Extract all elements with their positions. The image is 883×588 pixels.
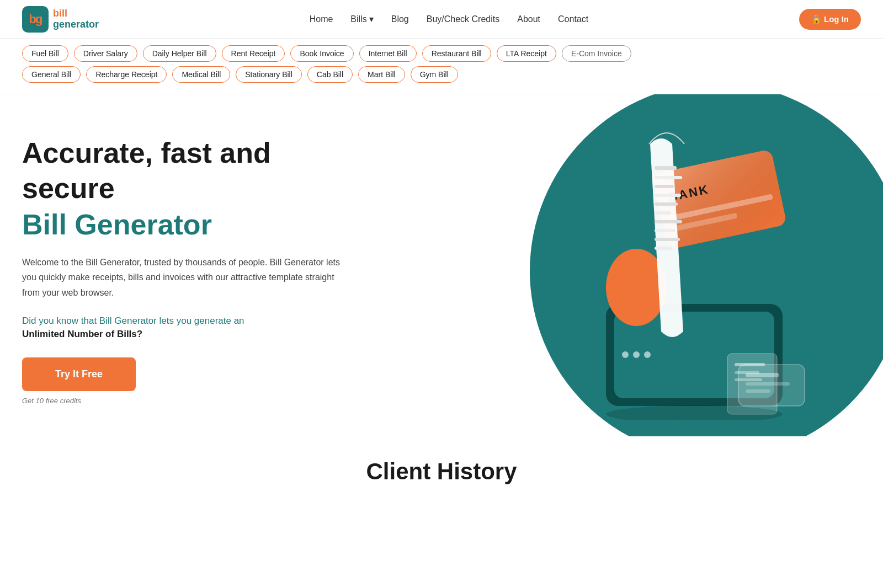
svg-point-4 bbox=[633, 351, 640, 358]
hero-illustration: BANK bbox=[483, 116, 861, 425]
tag-mart-bill[interactable]: Mart Bill bbox=[358, 66, 405, 83]
hero-unlimited: Unlimited Number of Bills? bbox=[22, 329, 483, 340]
tag-driver-salary[interactable]: Driver Salary bbox=[74, 45, 137, 62]
tag-restaurant-bill[interactable]: Restaurant Bill bbox=[422, 45, 491, 62]
login-button[interactable]: 🔒 Log In bbox=[799, 9, 861, 30]
svg-rect-13 bbox=[655, 176, 682, 179]
nav-bills-label: Bills bbox=[350, 14, 366, 24]
nav-about[interactable]: About bbox=[517, 14, 540, 24]
tags-section: Fuel BillDriver SalaryDaily Helper BillR… bbox=[0, 39, 883, 94]
svg-rect-27 bbox=[735, 363, 765, 366]
logo-icon: bg bbox=[22, 6, 49, 33]
svg-rect-19 bbox=[655, 229, 675, 232]
tags-row-2: General BillRecharge ReceiptMedical Bill… bbox=[22, 66, 861, 83]
client-history-title: Client History bbox=[22, 458, 861, 485]
svg-rect-12 bbox=[655, 166, 677, 170]
tag-book-invoice[interactable]: Book Invoice bbox=[290, 45, 353, 62]
tag-daily-helper-bill[interactable]: Daily Helper Bill bbox=[143, 45, 216, 62]
hero-svg: BANK bbox=[529, 122, 816, 420]
nav-buy-credits[interactable]: Buy/Check Credits bbox=[427, 14, 500, 24]
tag-stationary-bill[interactable]: Stationary Bill bbox=[236, 66, 302, 83]
tag-cab-bill[interactable]: Cab Bill bbox=[307, 66, 353, 83]
free-credits-text: Get 10 free credits bbox=[22, 397, 483, 405]
tag-medical-bill[interactable]: Medical Bill bbox=[172, 66, 230, 83]
nav-bills-arrow: ▾ bbox=[369, 14, 374, 24]
tag-gym-bill[interactable]: Gym Bill bbox=[411, 66, 458, 83]
svg-rect-15 bbox=[655, 194, 681, 197]
tag-fuel-bill[interactable]: Fuel Bill bbox=[22, 45, 68, 62]
hero-section: Accurate, fast and secure Bill Generator… bbox=[0, 94, 883, 436]
hero-title-line1: Accurate, fast and bbox=[22, 137, 483, 170]
try-it-free-button[interactable]: Try It Free bbox=[22, 357, 136, 391]
hero-question: Did you know that Bill Generator lets yo… bbox=[22, 316, 483, 327]
tag-general-bill[interactable]: General Bill bbox=[22, 66, 81, 83]
logo-link[interactable]: bg bill generator bbox=[22, 6, 99, 33]
logo-text: bill generator bbox=[53, 8, 99, 30]
nav-bills-dropdown[interactable]: Bills ▾ bbox=[350, 14, 373, 24]
svg-rect-17 bbox=[655, 211, 671, 215]
hero-left: Accurate, fast and secure Bill Generator… bbox=[22, 137, 483, 405]
logo-line1: bill bbox=[53, 8, 99, 19]
svg-point-5 bbox=[644, 351, 651, 358]
svg-rect-14 bbox=[655, 185, 674, 188]
tag-rent-receipt[interactable]: Rent Receipt bbox=[222, 45, 285, 62]
nav-blog[interactable]: Blog bbox=[391, 14, 409, 24]
svg-point-3 bbox=[622, 351, 629, 358]
nav-contact[interactable]: Contact bbox=[558, 14, 588, 24]
svg-rect-28 bbox=[735, 371, 759, 374]
hero-description: Welcome to the Bill Generator, trusted b… bbox=[22, 255, 342, 300]
tag-e-com-invoice[interactable]: E-Com Invoice bbox=[562, 45, 631, 62]
hero-title-green: Bill Generator bbox=[22, 207, 483, 242]
svg-rect-18 bbox=[655, 220, 682, 223]
logo-line2: generator bbox=[53, 19, 99, 30]
tag-recharge-receipt[interactable]: Recharge Receipt bbox=[86, 66, 167, 83]
tag-lta-receipt[interactable]: LTA Receipt bbox=[497, 45, 556, 62]
svg-rect-21 bbox=[655, 247, 672, 250]
svg-rect-16 bbox=[655, 202, 678, 206]
navbar: bg bill generator Home Bills ▾ Blog Buy/… bbox=[0, 0, 883, 39]
tags-row-1: Fuel BillDriver SalaryDaily Helper BillR… bbox=[22, 45, 861, 62]
svg-rect-29 bbox=[735, 378, 762, 381]
nav-links: Home Bills ▾ Blog Buy/Check Credits Abou… bbox=[310, 14, 589, 24]
svg-rect-20 bbox=[655, 238, 680, 241]
nav-home[interactable]: Home bbox=[310, 14, 333, 24]
client-section: Client History bbox=[0, 436, 883, 507]
hero-title-line2: secure bbox=[22, 172, 483, 205]
svg-rect-26 bbox=[727, 354, 777, 414]
tag-internet-bill[interactable]: Internet Bill bbox=[359, 45, 417, 62]
